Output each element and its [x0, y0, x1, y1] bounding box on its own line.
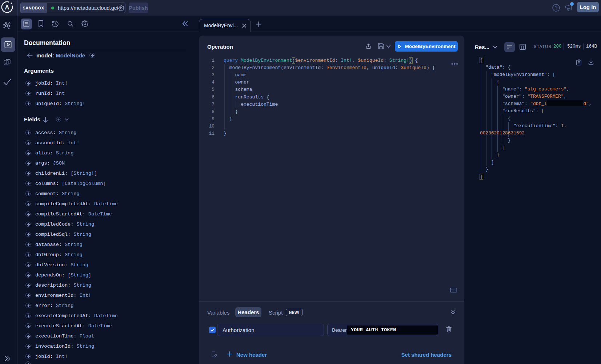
svg-text:A: A — [5, 4, 9, 11]
